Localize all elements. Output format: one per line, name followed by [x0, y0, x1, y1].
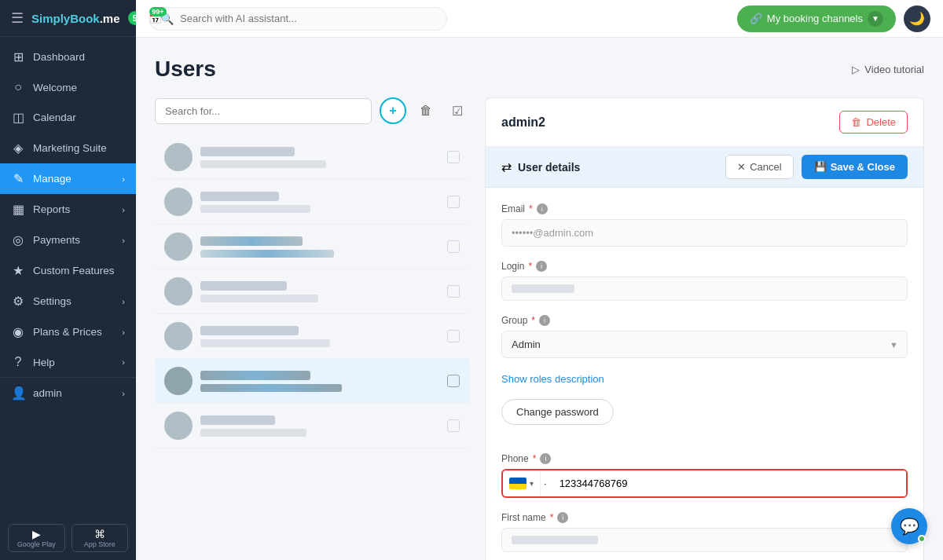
google-play-label: Google Play: [17, 540, 56, 548]
search-users-input[interactable]: [155, 98, 372, 124]
phone-info-icon[interactable]: i: [540, 453, 551, 464]
list-item[interactable]: [155, 359, 469, 404]
sliders-icon: ⇄: [501, 159, 512, 174]
save-label: Save & Close: [831, 161, 895, 173]
sidebar-item-settings[interactable]: ⚙ Settings ›: [0, 286, 136, 317]
video-tutorial-button[interactable]: ▷ Video tutorial: [852, 64, 924, 75]
help-icon: ?: [11, 355, 25, 369]
sidebar-item-marketing[interactable]: ◈ Marketing Suite: [0, 133, 136, 163]
user-checkbox[interactable]: [447, 375, 460, 387]
user-checkbox[interactable]: [447, 240, 460, 253]
search-bar[interactable]: 🔍: [149, 7, 447, 31]
user-name-blur: [200, 371, 310, 380]
dark-mode-button[interactable]: 🌙: [904, 5, 930, 32]
play-icon: ▷: [852, 64, 860, 75]
sidebar-item-dashboard[interactable]: ⊞ Dashboard: [0, 42, 136, 72]
add-user-button[interactable]: +: [380, 97, 406, 124]
chevron-right-icon: ›: [122, 205, 125, 214]
list-item[interactable]: [155, 314, 469, 359]
sidebar-item-plans[interactable]: ◉ Plans & Prices ›: [0, 317, 136, 347]
delete-users-button[interactable]: 🗑: [414, 99, 438, 123]
sidebar-item-label: Plans & Prices: [33, 326, 102, 338]
user-name-blur: [200, 147, 295, 156]
reports-icon: ▦: [11, 202, 25, 217]
group-label: Group * i: [501, 315, 908, 326]
email-input[interactable]: [501, 219, 908, 247]
save-close-button[interactable]: 💾 Save & Close: [802, 155, 908, 179]
user-checkbox[interactable]: [447, 285, 460, 298]
phone-flag-button[interactable]: ▾: [503, 470, 541, 496]
sidebar-nav: ⊞ Dashboard ○ Welcome ◫ Calendar ◈ Marke…: [0, 37, 136, 516]
trash-icon: 🗑: [851, 116, 861, 128]
first-name-form-group: First name * i: [501, 512, 908, 552]
sidebar-item-label: Marketing Suite: [33, 142, 107, 154]
sidebar-item-welcome[interactable]: ○ Welcome: [0, 72, 136, 102]
user-checkbox[interactable]: [447, 419, 460, 432]
flag-dropdown-icon: ▾: [530, 479, 534, 488]
group-select-wrapper: Admin Staff Manager: [501, 331, 908, 358]
chat-bubble-button[interactable]: 💬: [891, 508, 927, 544]
check-users-button[interactable]: ☑: [446, 99, 469, 123]
manage-icon: ✎: [11, 171, 25, 186]
app-store-button[interactable]: ⌘ App Store: [72, 524, 129, 552]
google-play-button[interactable]: ▶ Google Play: [8, 524, 65, 552]
email-info-icon[interactable]: i: [537, 203, 548, 214]
user-checkbox[interactable]: [447, 151, 460, 163]
list-item[interactable]: [155, 180, 469, 225]
chat-icon: 💬: [900, 517, 919, 536]
group-select[interactable]: Admin Staff Manager: [501, 331, 908, 358]
sidebar-item-manage[interactable]: ✎ Manage ›: [0, 163, 136, 194]
x-icon: ✕: [737, 161, 746, 173]
search-input[interactable]: [180, 13, 435, 24]
login-info-icon[interactable]: i: [536, 261, 547, 272]
link-icon: 🔗: [750, 13, 762, 24]
payments-icon: ◎: [11, 232, 25, 247]
user-name-blur: [200, 192, 279, 201]
sidebar-admin-label: admin: [33, 387, 62, 399]
user-checkbox[interactable]: [447, 330, 460, 342]
firstname-info-icon[interactable]: i: [557, 512, 568, 523]
group-info-icon[interactable]: i: [539, 315, 550, 326]
avatar: [164, 412, 193, 440]
user-checkbox[interactable]: [447, 196, 460, 208]
change-password-section: Change password: [501, 399, 908, 439]
delete-button[interactable]: 🗑 Delete: [839, 111, 908, 134]
avatar: [164, 277, 193, 306]
video-tutorial-label: Video tutorial: [864, 64, 924, 75]
sidebar-item-payments[interactable]: ◎ Payments ›: [0, 225, 136, 255]
sidebar-item-calendar[interactable]: ◫ Calendar: [0, 102, 136, 133]
page-content: Users ▷ Video tutorial + 🗑 ☑: [136, 38, 943, 560]
custom-features-icon: ★: [11, 263, 25, 278]
welcome-icon: ○: [11, 80, 25, 94]
page-header: Users ▷ Video tutorial: [155, 57, 924, 82]
avatar: [164, 367, 193, 395]
hamburger-icon[interactable]: ☰: [11, 9, 24, 27]
user-email-blur: [200, 250, 334, 258]
google-play-icon: ▶: [32, 528, 41, 540]
chat-online-indicator: [918, 535, 926, 543]
sidebar-item-admin[interactable]: 👤 admin ›: [0, 377, 136, 408]
change-password-button[interactable]: Change password: [501, 399, 614, 425]
list-item[interactable]: [155, 225, 469, 269]
roles-description-link[interactable]: Show roles description: [501, 373, 604, 385]
sidebar-item-reports[interactable]: ▦ Reports ›: [0, 194, 136, 225]
sidebar: ☰ SimplyBook.me 5 📅 99+ ⊞ Dashboard ○ We…: [0, 0, 136, 560]
booking-channels-button[interactable]: 🔗 My booking channels ▼: [737, 5, 896, 32]
user-name-blur: [200, 326, 299, 335]
marketing-icon: ◈: [11, 141, 25, 156]
list-item[interactable]: [155, 404, 469, 448]
list-item[interactable]: [155, 135, 469, 180]
chevron-right-icon: ›: [122, 297, 125, 306]
user-email-blur: [200, 429, 306, 437]
sidebar-item-custom-features[interactable]: ★ Custom Features: [0, 255, 136, 286]
sidebar-item-label: Payments: [33, 234, 80, 246]
user-info: [200, 371, 439, 392]
save-icon: 💾: [814, 161, 827, 173]
calendar-icon-wrapper[interactable]: 📅 99+: [149, 12, 162, 24]
phone-input[interactable]: [550, 470, 906, 496]
cancel-button[interactable]: ✕ Cancel: [725, 155, 793, 179]
list-item[interactable]: [155, 269, 469, 314]
required-indicator: *: [529, 203, 533, 214]
content-area: + 🗑 ☑: [155, 97, 924, 560]
sidebar-item-help[interactable]: ? Help ›: [0, 347, 136, 377]
